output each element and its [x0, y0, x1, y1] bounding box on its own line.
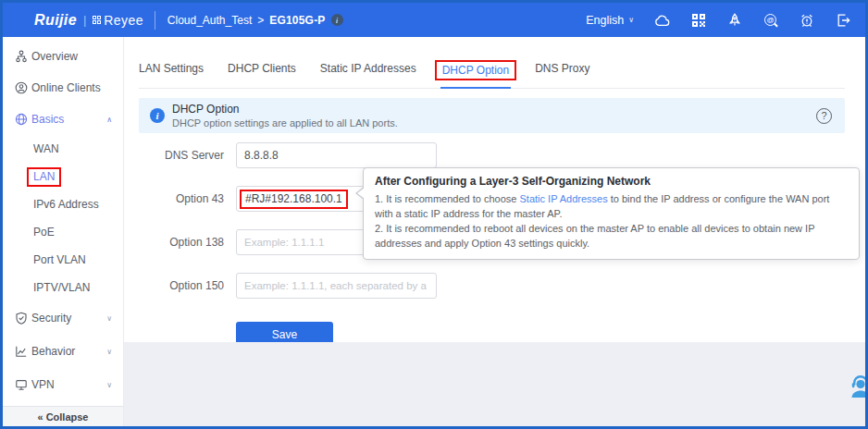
annotation-red-box: #RJ#192.168.100.1 — [240, 190, 348, 209]
breadcrumb-project[interactable]: Cloud_Auth_Test — [167, 14, 252, 27]
chevron-down-icon: ∨ — [106, 381, 112, 389]
language-label: English — [586, 14, 624, 27]
banner-title: DHCP Option — [172, 103, 398, 116]
brand-divider: | — [83, 13, 86, 27]
tooltip-line-2: 2. It is recommended to reboot all devic… — [375, 221, 848, 251]
sidebar-item-basics[interactable]: Basics ∧ — [3, 104, 123, 135]
brand-reyee: Reyee — [93, 13, 143, 28]
sidebar: Overview Online Clients — [3, 37, 124, 426]
dns-server-input[interactable]: 8.8.8.8 — [236, 142, 437, 168]
sidebar-item-label: Online Clients — [31, 81, 101, 94]
sidebar-item-label: VPN — [31, 378, 55, 391]
tooltip-arrow — [355, 187, 364, 200]
chevron-down-icon: ∨ — [628, 16, 634, 24]
device-info-icon[interactable]: i — [331, 14, 343, 26]
tab-label: DHCP Clients — [228, 62, 296, 75]
option-138-label: Option 138 — [139, 236, 224, 249]
option43-tooltip: After Configuring a Layer-3 Self-Organiz… — [363, 167, 860, 260]
reyee-grid-icon — [93, 16, 101, 24]
sidebar-item-iptv-vlan[interactable]: IPTV/VLAN — [3, 274, 123, 301]
sidebar-item-vpn[interactable]: VPN ∨ — [3, 368, 123, 401]
option-150-placeholder: Example: 1.1.1.1, each separated by a sp… — [244, 280, 428, 291]
app-body: Overview Online Clients — [3, 37, 865, 426]
help-icon[interactable]: ? — [816, 108, 832, 124]
chevron-down-icon: ∨ — [106, 348, 112, 356]
sidebar-item-poe[interactable]: PoE — [3, 218, 123, 246]
banner-texts: DHCP Option DHCP option settings are app… — [172, 103, 398, 129]
sidebar-item-lan[interactable]: LAN — [3, 163, 123, 190]
alarm-icon[interactable] — [799, 12, 814, 28]
sidebar-item-ipv6-address[interactable]: IPv6 Address — [3, 190, 123, 218]
sidebar-item-label: IPv6 Address — [33, 198, 99, 211]
tab-label: Static IP Addresses — [320, 62, 416, 75]
tooltip-line-1: 1. It is recommended to choose Static IP… — [375, 191, 848, 221]
sidebar-item-label: WAN — [33, 142, 59, 155]
shield-icon — [15, 312, 28, 325]
tab-lan-settings[interactable]: LAN Settings — [139, 60, 204, 84]
dns-server-value: 8.8.8.8 — [244, 149, 279, 162]
at-glyph: @ — [764, 14, 776, 26]
sidebar-item-behavior[interactable]: Behavior ∨ — [3, 335, 123, 368]
breadcrumb-separator: > — [257, 14, 264, 27]
sidebar-item-label: Port VLAN — [33, 253, 86, 266]
overview-icon — [15, 50, 28, 63]
option-150-input[interactable]: Example: 1.1.1.1, each separated by a sp… — [236, 273, 437, 299]
sidebar-item-wan[interactable]: WAN — [3, 135, 123, 163]
form-row-dns-server: DNS Server 8.8.8.8 — [139, 142, 845, 168]
chevron-down-icon: ∨ — [106, 314, 112, 323]
sidebar-item-label: Behavior — [31, 345, 75, 358]
vpn-monitor-icon — [15, 378, 28, 391]
tab-label: DNS Proxy — [535, 62, 589, 75]
form-row-option-150: Option 150 Example: 1.1.1.1, each separa… — [139, 273, 845, 299]
tab-bar: LAN Settings DHCP Clients Static IP Addr… — [139, 60, 845, 89]
language-selector[interactable]: English ∨ — [586, 14, 634, 27]
sidebar-item-overview[interactable]: Overview — [3, 41, 123, 72]
static-ip-addresses-link[interactable]: Static IP Addresses — [520, 193, 608, 204]
tab-dhcp-option[interactable]: DHCP Option — [440, 60, 511, 88]
customer-support-headset-icon[interactable] — [848, 372, 868, 403]
info-icon: i — [150, 108, 165, 123]
option-150-label: Option 150 — [139, 279, 224, 292]
app-window: Ruijie | Reyee Cloud_Auth_Test > EG105G-… — [0, 0, 868, 429]
sidebar-nav: Overview Online Clients — [3, 37, 123, 406]
search-at-icon[interactable]: @ — [763, 12, 778, 28]
page-footer-area — [124, 342, 865, 426]
tab-dns-proxy[interactable]: DNS Proxy — [535, 60, 589, 84]
sidebar-item-label: IPTV/VLAN — [33, 281, 90, 294]
sidebar-item-port-vlan[interactable]: Port VLAN — [3, 246, 123, 274]
breadcrumb-device[interactable]: EG105G-P — [269, 14, 325, 27]
brand-reyee-label: Reyee — [104, 13, 143, 28]
cloud-icon[interactable] — [654, 12, 670, 28]
tab-dhcp-clients[interactable]: DHCP Clients — [228, 60, 296, 84]
sidebar-item-security[interactable]: Security ∨ — [3, 301, 123, 335]
online-clients-icon — [15, 81, 28, 94]
collapse-label: Collapse — [46, 411, 89, 423]
annotation-red-box: DHCP Option — [435, 60, 516, 80]
header-actions: English ∨ @ — [586, 12, 850, 28]
rocket-icon[interactable] — [726, 12, 742, 28]
breadcrumb: Cloud_Auth_Test > EG105G-P i — [167, 14, 343, 27]
banner-description: DHCP option settings are applied to all … — [172, 117, 398, 129]
dns-server-label: DNS Server — [139, 149, 224, 162]
sidebar-collapse-button[interactable]: « Collapse — [3, 406, 123, 426]
tab-static-ip-addresses[interactable]: Static IP Addresses — [320, 60, 416, 84]
sidebar-item-label: Overview — [31, 50, 78, 63]
tab-label: LAN Settings — [139, 62, 204, 75]
brand-ruijie: Ruijie — [34, 12, 77, 29]
tooltip-line1-prefix: 1. It is recommended to choose — [375, 193, 520, 204]
sidebar-item-label: Basics — [31, 113, 64, 126]
brand-logo: Ruijie | Reyee — [34, 12, 143, 29]
sidebar-item-online-clients[interactable]: Online Clients — [3, 72, 123, 104]
sidebar-item-label: Security — [31, 312, 71, 325]
tooltip-title: After Configuring a Layer-3 Self-Organiz… — [375, 175, 848, 188]
sidebar-item-label: PoE — [33, 226, 55, 239]
behavior-chart-icon — [15, 345, 28, 358]
top-header-bar: Ruijie | Reyee Cloud_Auth_Test > EG105G-… — [3, 3, 865, 37]
qr-code-icon[interactable] — [690, 12, 706, 28]
annotation-red-box: LAN — [27, 167, 61, 187]
option-138-placeholder: Example: 1.1.1.1 — [244, 237, 324, 248]
chevron-up-icon: ∧ — [106, 116, 112, 124]
main-content: LAN Settings DHCP Clients Static IP Addr… — [124, 37, 865, 426]
logout-icon[interactable] — [835, 12, 850, 28]
info-banner: i DHCP Option DHCP option settings are a… — [139, 98, 845, 133]
